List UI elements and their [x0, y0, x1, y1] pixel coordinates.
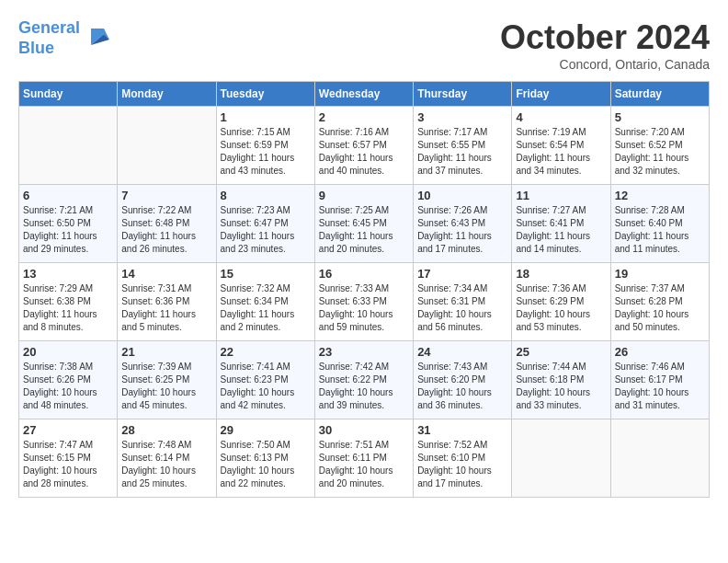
day-info: Sunrise: 7:31 AM Sunset: 6:36 PM Dayligh…: [121, 282, 211, 334]
day-number: 2: [319, 110, 409, 124]
day-number: 29: [221, 423, 311, 437]
day-cell: 24Sunrise: 7:43 AM Sunset: 6:20 PM Dayli…: [414, 341, 512, 419]
day-number: 8: [221, 189, 311, 202]
day-info: Sunrise: 7:51 AM Sunset: 6:11 PM Dayligh…: [319, 439, 409, 490]
day-cell: 30Sunrise: 7:51 AM Sunset: 6:11 PM Dayli…: [314, 419, 413, 498]
day-cell: 12Sunrise: 7:28 AM Sunset: 6:40 PM Dayli…: [610, 185, 709, 263]
day-number: 20: [23, 345, 113, 359]
day-cell: 31Sunrise: 7:52 AM Sunset: 6:10 PM Dayli…: [414, 419, 512, 498]
day-info: Sunrise: 7:33 AM Sunset: 6:33 PM Dayligh…: [319, 282, 409, 334]
day-number: 28: [121, 423, 211, 437]
day-cell: 21Sunrise: 7:39 AM Sunset: 6:25 PM Dayli…: [118, 341, 216, 419]
day-number: 21: [121, 345, 211, 359]
day-info: Sunrise: 7:20 AM Sunset: 6:52 PM Dayligh…: [615, 126, 705, 178]
day-info: Sunrise: 7:15 AM Sunset: 6:59 PM Dayligh…: [221, 126, 311, 178]
day-number: 14: [121, 267, 211, 281]
day-cell: 15Sunrise: 7:32 AM Sunset: 6:34 PM Dayli…: [216, 263, 314, 341]
day-number: 24: [417, 345, 507, 359]
day-info: Sunrise: 7:21 AM Sunset: 6:50 PM Dayligh…: [23, 204, 113, 256]
day-cell: 23Sunrise: 7:42 AM Sunset: 6:22 PM Dayli…: [314, 341, 413, 419]
day-cell: 6Sunrise: 7:21 AM Sunset: 6:50 PM Daylig…: [19, 185, 118, 263]
header-row: SundayMondayTuesdayWednesdayThursdayFrid…: [19, 82, 710, 107]
day-info: Sunrise: 7:52 AM Sunset: 6:10 PM Dayligh…: [417, 439, 507, 490]
day-number: 25: [516, 345, 606, 359]
title-section: October 2024 Concord, Ontario, Canada: [500, 18, 710, 72]
day-number: 5: [615, 110, 705, 124]
day-cell: 17Sunrise: 7:34 AM Sunset: 6:31 PM Dayli…: [414, 263, 512, 341]
day-cell: [512, 419, 610, 498]
day-number: 7: [121, 189, 211, 202]
day-info: Sunrise: 7:19 AM Sunset: 6:54 PM Dayligh…: [516, 126, 606, 178]
day-cell: 7Sunrise: 7:22 AM Sunset: 6:48 PM Daylig…: [118, 185, 216, 263]
day-cell: 16Sunrise: 7:33 AM Sunset: 6:33 PM Dayli…: [314, 263, 413, 341]
day-info: Sunrise: 7:36 AM Sunset: 6:29 PM Dayligh…: [516, 282, 606, 334]
day-info: Sunrise: 7:42 AM Sunset: 6:22 PM Dayligh…: [319, 361, 409, 412]
logo: General Blue: [18, 18, 111, 58]
day-cell: 11Sunrise: 7:27 AM Sunset: 6:41 PM Dayli…: [512, 185, 610, 263]
day-number: 13: [23, 267, 113, 281]
day-info: Sunrise: 7:38 AM Sunset: 6:26 PM Dayligh…: [23, 361, 113, 412]
month-title: October 2024: [500, 18, 710, 57]
day-number: 18: [516, 267, 606, 281]
day-cell: [19, 107, 118, 185]
day-cell: 27Sunrise: 7:47 AM Sunset: 6:15 PM Dayli…: [19, 419, 118, 498]
week-row-5: 27Sunrise: 7:47 AM Sunset: 6:15 PM Dayli…: [19, 419, 710, 498]
day-number: 17: [417, 267, 507, 281]
day-number: 10: [417, 189, 507, 202]
day-cell: 14Sunrise: 7:31 AM Sunset: 6:36 PM Dayli…: [118, 263, 216, 341]
calendar-table: SundayMondayTuesdayWednesdayThursdayFrid…: [18, 81, 710, 498]
header-sunday: Sunday: [19, 82, 118, 107]
day-info: Sunrise: 7:25 AM Sunset: 6:45 PM Dayligh…: [319, 204, 409, 256]
day-info: Sunrise: 7:41 AM Sunset: 6:23 PM Dayligh…: [221, 361, 311, 412]
day-info: Sunrise: 7:47 AM Sunset: 6:15 PM Dayligh…: [23, 439, 113, 490]
header-saturday: Saturday: [610, 82, 709, 107]
header-tuesday: Tuesday: [216, 82, 314, 107]
day-number: 3: [417, 110, 507, 124]
day-cell: 10Sunrise: 7:26 AM Sunset: 6:43 PM Dayli…: [414, 185, 512, 263]
day-info: Sunrise: 7:37 AM Sunset: 6:28 PM Dayligh…: [615, 282, 705, 334]
day-cell: 19Sunrise: 7:37 AM Sunset: 6:28 PM Dayli…: [610, 263, 709, 341]
day-number: 31: [417, 423, 507, 437]
day-info: Sunrise: 7:46 AM Sunset: 6:17 PM Dayligh…: [615, 361, 705, 412]
day-info: Sunrise: 7:50 AM Sunset: 6:13 PM Dayligh…: [221, 439, 311, 490]
day-info: Sunrise: 7:28 AM Sunset: 6:40 PM Dayligh…: [615, 204, 705, 256]
day-number: 22: [221, 345, 311, 359]
day-cell: 4Sunrise: 7:19 AM Sunset: 6:54 PM Daylig…: [512, 107, 610, 185]
logo-text2: Blue: [18, 39, 80, 59]
day-number: 27: [23, 423, 113, 437]
day-number: 6: [23, 189, 113, 202]
day-cell: 2Sunrise: 7:16 AM Sunset: 6:57 PM Daylig…: [314, 107, 413, 185]
day-number: 30: [319, 423, 409, 437]
day-cell: 1Sunrise: 7:15 AM Sunset: 6:59 PM Daylig…: [216, 107, 314, 185]
day-cell: [610, 419, 709, 498]
day-cell: 29Sunrise: 7:50 AM Sunset: 6:13 PM Dayli…: [216, 419, 314, 498]
day-cell: 3Sunrise: 7:17 AM Sunset: 6:55 PM Daylig…: [414, 107, 512, 185]
day-cell: [118, 107, 216, 185]
day-cell: 8Sunrise: 7:23 AM Sunset: 6:47 PM Daylig…: [216, 185, 314, 263]
day-info: Sunrise: 7:22 AM Sunset: 6:48 PM Dayligh…: [121, 204, 211, 256]
day-info: Sunrise: 7:43 AM Sunset: 6:20 PM Dayligh…: [417, 361, 507, 412]
location: Concord, Ontario, Canada: [500, 57, 710, 72]
day-cell: 28Sunrise: 7:48 AM Sunset: 6:14 PM Dayli…: [118, 419, 216, 498]
day-cell: 22Sunrise: 7:41 AM Sunset: 6:23 PM Dayli…: [216, 341, 314, 419]
header-monday: Monday: [118, 82, 216, 107]
header-thursday: Thursday: [414, 82, 512, 107]
week-row-4: 20Sunrise: 7:38 AM Sunset: 6:26 PM Dayli…: [19, 341, 710, 419]
day-number: 26: [615, 345, 705, 359]
day-number: 16: [319, 267, 409, 281]
day-info: Sunrise: 7:48 AM Sunset: 6:14 PM Dayligh…: [121, 439, 211, 490]
day-cell: 13Sunrise: 7:29 AM Sunset: 6:38 PM Dayli…: [19, 263, 118, 341]
day-info: Sunrise: 7:27 AM Sunset: 6:41 PM Dayligh…: [516, 204, 606, 256]
week-row-2: 6Sunrise: 7:21 AM Sunset: 6:50 PM Daylig…: [19, 185, 710, 263]
week-row-1: 1Sunrise: 7:15 AM Sunset: 6:59 PM Daylig…: [19, 107, 710, 185]
day-number: 11: [516, 189, 606, 202]
day-info: Sunrise: 7:29 AM Sunset: 6:38 PM Dayligh…: [23, 282, 113, 334]
logo-text: General: [18, 18, 80, 39]
page-header: General Blue October 2024 Concord, Ontar…: [18, 18, 710, 72]
day-number: 12: [615, 189, 705, 202]
logo-icon: [84, 25, 111, 52]
day-cell: 9Sunrise: 7:25 AM Sunset: 6:45 PM Daylig…: [314, 185, 413, 263]
day-number: 23: [319, 345, 409, 359]
day-info: Sunrise: 7:17 AM Sunset: 6:55 PM Dayligh…: [417, 126, 507, 178]
header-friday: Friday: [512, 82, 610, 107]
